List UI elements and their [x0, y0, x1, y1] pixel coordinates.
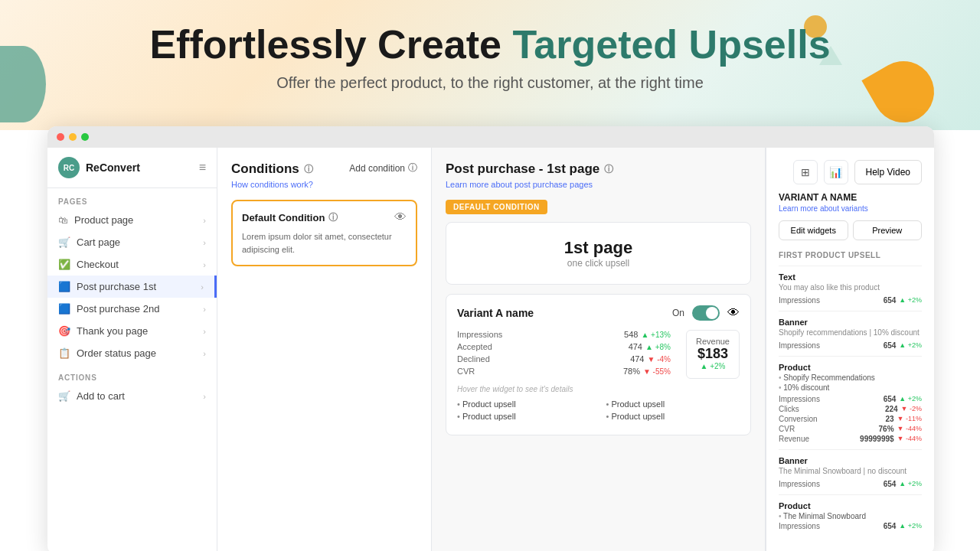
variant-card: Variant A name On 👁 Impressions: [446, 294, 751, 435]
chevron-icon: ›: [203, 305, 206, 314]
chevron-icon: ›: [203, 327, 206, 336]
edit-widgets-button[interactable]: Edit widgets: [779, 220, 848, 240]
dot-red[interactable]: [57, 133, 64, 141]
condition-info-icon: ⓘ: [328, 211, 338, 224]
stat-row: Impressions 654▲ +2%: [779, 395, 922, 403]
cvr-change: ▼ -55%: [643, 367, 671, 376]
pp-info-icon: ⓘ: [604, 163, 613, 176]
chart-icon-button[interactable]: 📊: [824, 160, 848, 184]
checkout-icon: ✅: [58, 259, 70, 270]
conditions-info-icon: ⓘ: [304, 163, 313, 176]
header-title: Effortlessly Create Targeted Upsells: [0, 23, 980, 67]
widget-product-1: Product Shopify Recommendations 10% disc…: [779, 363, 922, 443]
revenue-label: Revenue: [696, 337, 730, 346]
menu-icon[interactable]: ≡: [199, 161, 206, 174]
stat-accepted: Accepted 474 ▲ +8%: [457, 342, 671, 351]
stat-row: Conversion 23▼ -11%: [779, 415, 922, 423]
sidebar-logo: RC ReConvert: [58, 157, 140, 178]
pp-learn-link[interactable]: Learn more about post purchase pages: [446, 180, 613, 189]
divider: [779, 266, 922, 266]
action-buttons: Edit widgets Preview: [779, 220, 922, 240]
header-subtitle: Offer the perfect product, to the right …: [0, 74, 980, 92]
chevron-icon: ›: [201, 282, 204, 292]
sidebar-header: RC ReConvert ≡: [47, 148, 217, 188]
stat-impressions: Impressions 548 ▲ +13%: [457, 330, 671, 339]
hover-note: Hover the widget to see it's details: [457, 385, 740, 393]
add-condition-icon: ⓘ: [408, 161, 417, 174]
grid-icon-button[interactable]: ⊞: [793, 160, 818, 184]
help-video-button[interactable]: Help Video: [854, 160, 923, 184]
stat-row: Clicks 224▼ -2%: [779, 405, 922, 413]
sidebar-item-label: Cart page: [77, 236, 120, 248]
sidebar-item-thank-you[interactable]: 🎯 Thank you page ›: [47, 320, 217, 342]
browser-chrome: [47, 126, 934, 148]
accepted-change: ▲ +8%: [645, 343, 671, 351]
widget-banner-2: Banner The Minimal Snowboard | no discou…: [779, 456, 922, 488]
post-purchase-panel: Post purchase - 1st page ⓘ Learn more ab…: [432, 148, 766, 551]
variant-toggle[interactable]: [692, 305, 720, 321]
first-product-upsell-label: FIRST PRODUCT UPSELL: [779, 251, 922, 259]
header-section: Effortlessly Create Targeted Upsells Off…: [0, 15, 980, 92]
default-condition-badge: DEFAULT CONDITION: [446, 200, 547, 214]
post-purchase-1st-icon: 🟦: [58, 281, 70, 292]
sidebar-item-label: Thank you page: [77, 325, 148, 337]
sidebar-pages-label: PAGES: [47, 188, 217, 209]
sidebar-item-add-to-cart[interactable]: 🛒 Add to cart ›: [47, 385, 217, 407]
logo-icon: RC: [58, 157, 80, 178]
conditions-panel: Conditions ⓘ How conditions work? Add co…: [217, 148, 432, 551]
view-icon[interactable]: 👁: [727, 306, 740, 320]
conditions-title: Conditions ⓘ: [231, 161, 313, 177]
bullet-item: Product upsell: [457, 399, 591, 409]
stat-row: Impressions 654 ▲ +2%: [779, 296, 922, 305]
divider: [779, 494, 922, 495]
bullet-item: Product upsell: [606, 412, 740, 421]
sidebar-item-post-purchase-2nd[interactable]: 🟦 Post purchase 2nd ›: [47, 298, 217, 320]
right-sidebar: ⊞ 📊 Help Video VARIANT A NAME Learn more…: [766, 148, 934, 551]
dot-yellow[interactable]: [69, 133, 77, 141]
stat-declined: Declined 474 ▼ -4%: [457, 354, 671, 364]
page-display-sub: one click upsell: [462, 258, 735, 269]
widget-banner-1: Banner Shopify recommendations | 10% dis…: [779, 318, 922, 350]
condition-body: Lorem ipsum dolor sit amet, consectetur …: [242, 230, 407, 256]
revenue-change: ▲ +2%: [696, 362, 730, 370]
stat-row: CVR 76%▼ -44%: [779, 425, 922, 433]
chevron-icon: ›: [203, 238, 206, 247]
sidebar-item-order-status[interactable]: 📋 Order status page ›: [47, 342, 217, 364]
declined-change: ▼ -4%: [647, 355, 670, 364]
add-condition-button[interactable]: Add condition ⓘ: [349, 161, 417, 174]
learn-more-variants-link[interactable]: Learn more about variants: [779, 204, 922, 213]
page-display-title: 1st page: [462, 238, 735, 258]
stat-row: Impressions 654▲ +2%: [779, 522, 922, 530]
chevron-icon: ›: [203, 349, 206, 358]
sidebar-item-cart-page[interactable]: 🛒 Cart page ›: [47, 231, 217, 253]
order-status-icon: 📋: [58, 347, 70, 359]
chevron-icon: ›: [203, 392, 206, 401]
sidebar-item-label: Order status page: [77, 347, 156, 359]
chevron-icon: ›: [203, 216, 206, 225]
eye-icon[interactable]: 👁: [394, 210, 407, 224]
chevron-icon: ›: [203, 260, 206, 269]
stat-row: Impressions 654▲ +2%: [779, 480, 922, 488]
condition-card: Default Condition ⓘ 👁 Lorem ipsum dolor …: [231, 200, 417, 266]
main-content: Conditions ⓘ How conditions work? Add co…: [217, 148, 934, 551]
add-to-cart-icon: 🛒: [58, 390, 70, 402]
dot-green[interactable]: [81, 133, 89, 141]
variant-name-section-title: VARIANT A NAME: [779, 192, 922, 203]
sidebar-item-checkout[interactable]: ✅ Checkout ›: [47, 253, 217, 276]
sidebar-item-post-purchase-1st[interactable]: 🟦 Post purchase 1st ›: [47, 276, 217, 298]
sidebar-item-label: Post purchase 1st: [77, 281, 156, 292]
preview-button[interactable]: Preview: [853, 220, 923, 240]
on-label: On: [672, 308, 684, 318]
bullet-item: Product upsell: [606, 399, 740, 409]
product-page-icon: 🛍: [58, 214, 68, 226]
pp-title: Post purchase - 1st page ⓘ: [446, 161, 613, 177]
stat-row: Revenue 9999999$▼ -44%: [779, 435, 922, 443]
conditions-how-link[interactable]: How conditions work?: [231, 180, 313, 189]
header-title-black: Effortlessly Create: [149, 22, 512, 67]
divider: [779, 311, 922, 311]
sidebar: RC ReConvert ≡ PAGES 🛍 Product page › 🛒 …: [47, 148, 217, 551]
logo-text: ReConvert: [86, 161, 140, 174]
sidebar-item-product-page[interactable]: 🛍 Product page ›: [47, 209, 217, 231]
variant-name: Variant A name: [457, 307, 534, 319]
sidebar-item-label: Checkout: [77, 259, 119, 270]
